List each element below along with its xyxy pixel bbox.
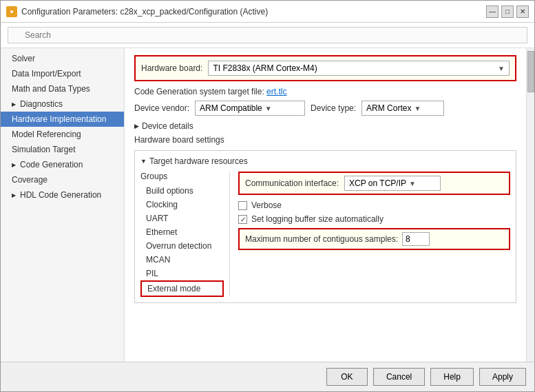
ok-button[interactable]: OK (326, 368, 368, 386)
target-hw-section: ▼ Target hardware resources Groups Build… (134, 150, 516, 303)
set-logging-row: ✓ Set logging buffer size automatically (238, 214, 510, 224)
group-label: Build options (146, 186, 193, 196)
main-window: Configuration Parameters: c28x_xcp_packe… (0, 0, 535, 392)
sidebar-item-data-import[interactable]: Data Import/Export (1, 66, 124, 81)
search-input[interactable] (8, 27, 527, 43)
scrollbar[interactable] (526, 48, 534, 362)
chevron-down-icon: ▼ (414, 105, 421, 112)
device-vendor-dropdown[interactable]: ARM Compatible ▼ (195, 101, 305, 116)
sidebar-item-math[interactable]: Math and Data Types (1, 81, 124, 96)
group-label: Clocking (146, 200, 178, 209)
sidebar-item-sim-target[interactable]: Simulation Target (1, 142, 124, 157)
sidebar-item-label: HDL Code Generation (20, 190, 101, 200)
search-wrapper: 🔍 (8, 27, 527, 43)
sidebar-item-hdl[interactable]: HDL Code Generation (1, 187, 124, 203)
title-bar-left: Configuration Parameters: c28x_xcp_packe… (6, 6, 268, 17)
device-vendor-value: ARM Compatible (200, 103, 262, 113)
group-item-uart[interactable]: UART (140, 212, 224, 225)
help-button[interactable]: Help (430, 368, 474, 386)
chevron-down-icon: ▼ (265, 105, 272, 112)
hardware-board-value: TI F2838x (ARM Cortex-M4) (213, 63, 317, 73)
group-label: Ethernet (146, 227, 177, 237)
group-label: Overrun detection (146, 241, 211, 251)
footer: OK Cancel Help Apply (1, 362, 534, 391)
comm-interface-row: Communication interface: XCP on TCP/IP ▼ (238, 172, 510, 195)
set-logging-checkbox[interactable]: ✓ (238, 215, 247, 224)
sidebar-item-code-gen[interactable]: Code Generation (1, 157, 124, 172)
group-item-external-mode[interactable]: External mode (140, 280, 224, 297)
sidebar-item-model-ref[interactable]: Model Referencing (1, 127, 124, 142)
group-label: MCAN (146, 255, 170, 265)
sidebar-item-label: Solver (12, 54, 35, 63)
group-item-overrun[interactable]: Overrun detection (140, 239, 224, 253)
groups-panel: Groups Build options Clocking UART Ether… (140, 172, 230, 297)
verbose-label: Verbose (251, 200, 282, 210)
hardware-board-label: Hardware board: (141, 63, 202, 73)
sidebar-item-label: Diagnostics (20, 99, 63, 109)
sidebar-item-solver[interactable]: Solver (1, 51, 124, 66)
right-panel: Communication interface: XCP on TCP/IP ▼… (238, 172, 510, 297)
main-content: Solver Data Import/Export Math and Data … (1, 48, 534, 362)
scrollbar-thumb[interactable] (527, 51, 534, 92)
minimize-button[interactable]: — (486, 6, 499, 18)
group-item-ethernet[interactable]: Ethernet (140, 225, 224, 239)
search-bar: 🔍 (1, 23, 534, 48)
sidebar-item-diagnostics[interactable]: Diagnostics (1, 96, 124, 112)
collapse-icon: ▼ (140, 158, 147, 165)
max-samples-row: Maximum number of contiguous samples: (238, 228, 510, 250)
device-type-value: ARM Cortex (366, 103, 411, 113)
device-type-dropdown[interactable]: ARM Cortex ▼ (361, 101, 444, 116)
target-hw-title: ▼ Target hardware resources (140, 156, 510, 166)
group-label: PIL (146, 269, 158, 278)
app-icon (6, 6, 17, 17)
cancel-button[interactable]: Cancel (373, 368, 425, 386)
device-row: Device vendor: ARM Compatible ▼ Device t… (134, 101, 516, 116)
comm-interface-dropdown[interactable]: XCP on TCP/IP ▼ (344, 176, 441, 191)
group-item-mcan[interactable]: MCAN (140, 253, 224, 267)
groups-label: Groups (140, 172, 224, 181)
sidebar-item-hardware[interactable]: Hardware Implementation (1, 112, 124, 127)
set-logging-label: Set logging buffer size automatically (251, 214, 384, 224)
max-samples-input[interactable] (402, 232, 430, 246)
verbose-checkbox[interactable] (238, 201, 247, 210)
max-samples-label: Maximum number of contiguous samples: (245, 234, 398, 244)
group-item-pil[interactable]: PIL (140, 267, 224, 280)
code-gen-link[interactable]: ert.tlc (266, 87, 286, 96)
target-hw-label: Target hardware resources (149, 156, 248, 166)
close-button[interactable]: ✕ (516, 6, 529, 18)
svg-point-1 (10, 10, 13, 13)
comm-interface-value: XCP on TCP/IP (349, 178, 406, 188)
sidebar-item-label: Coverage (12, 175, 48, 185)
hardware-board-dropdown[interactable]: TI F2838x (ARM Cortex-M4) ▼ (208, 61, 510, 76)
window-title: Configuration Parameters: c28x_xcp_packe… (21, 7, 268, 17)
apply-button[interactable]: Apply (479, 368, 526, 386)
group-label: UART (146, 214, 168, 223)
comm-interface-label: Communication interface: (245, 178, 339, 188)
expand-icon: ▶ (134, 123, 139, 130)
window-controls: — □ ✕ (486, 6, 529, 18)
title-bar: Configuration Parameters: c28x_xcp_packe… (1, 1, 534, 23)
group-label: External mode (147, 284, 200, 293)
code-gen-label: Code Generation system target file: (134, 87, 264, 96)
verbose-row: Verbose (238, 200, 510, 210)
maximize-button[interactable]: □ (501, 6, 514, 18)
device-details-label: Device details (142, 121, 193, 131)
group-item-clocking[interactable]: Clocking (140, 198, 224, 212)
chevron-down-icon: ▼ (498, 65, 505, 72)
code-gen-row: Code Generation system target file: ert.… (134, 87, 516, 96)
sidebar-item-coverage[interactable]: Coverage (1, 172, 124, 187)
device-vendor-label: Device vendor: (134, 103, 189, 113)
sidebar-item-label: Hardware Implementation (12, 114, 106, 124)
device-details-section[interactable]: ▶ Device details (134, 121, 516, 131)
sidebar: Solver Data Import/Export Math and Data … (1, 48, 125, 362)
sidebar-item-label: Math and Data Types (12, 84, 90, 94)
chevron-down-icon: ▼ (409, 180, 416, 187)
hardware-board-row: Hardware board: TI F2838x (ARM Cortex-M4… (134, 55, 516, 81)
inner-layout: Groups Build options Clocking UART Ether… (140, 172, 510, 297)
group-item-build-options[interactable]: Build options (140, 184, 224, 198)
content-area: Hardware board: TI F2838x (ARM Cortex-M4… (125, 48, 526, 362)
sidebar-item-label: Simulation Target (12, 145, 76, 154)
sidebar-item-label: Data Import/Export (12, 69, 81, 79)
hw-board-settings-label: Hardware board settings (134, 135, 516, 145)
sidebar-item-label: Code Generation (20, 160, 83, 169)
